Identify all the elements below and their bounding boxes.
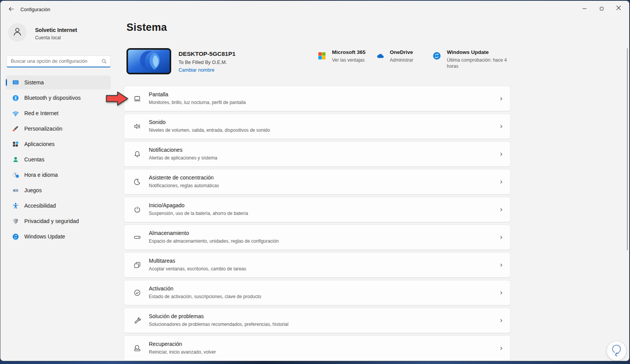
titlebar: Configuración <box>0 1 629 18</box>
sidebar-item-red-internet[interactable]: Red e Internet <box>6 106 111 120</box>
settings-row-activacion[interactable]: Activación Estado de activación, suscrip… <box>124 280 510 305</box>
privacy-icon <box>12 218 19 225</box>
chevron-right-icon: › <box>500 205 502 213</box>
sound-icon <box>133 122 141 131</box>
settings-row-recuperacion[interactable]: Recuperación Reiniciar, inicio avanzado,… <box>124 335 510 361</box>
promo-strip: Microsoft 365 Ver las ventajas OneDrive … <box>117 49 629 76</box>
network-icon <box>12 110 19 117</box>
onedrive-icon <box>375 51 384 60</box>
lightbulb-badge <box>607 341 626 361</box>
recovery-icon <box>133 344 141 352</box>
back-arrow-icon <box>8 6 15 14</box>
accessibility-icon <box>12 202 19 210</box>
chevron-right-icon: › <box>500 288 502 297</box>
settings-row-sonido[interactable]: Sonido Niveles de volumen, salida, entra… <box>124 114 510 139</box>
chevron-right-icon: › <box>500 177 502 186</box>
red-arrow-pointer <box>106 91 129 107</box>
settings-row-asistente-concentracion[interactable]: Asistente de concentración Notificacione… <box>124 169 510 195</box>
multitask-icon <box>133 261 141 269</box>
settings-list: Pantalla Monitores, brillo, luz nocturna… <box>124 86 510 361</box>
close-button[interactable] <box>610 2 627 15</box>
maximize-button[interactable] <box>593 2 610 15</box>
storage-icon <box>133 233 141 242</box>
maximize-icon <box>600 7 603 10</box>
time-language-icon <box>12 171 19 179</box>
focus-icon <box>133 178 141 186</box>
bluetooth-icon <box>12 94 19 102</box>
sidebar: Solvetic Internet Cuenta local Sistema B… <box>0 18 117 361</box>
main-content: Sistema DESKTOP-5GC81P1 To Be Filled By … <box>117 18 629 361</box>
chevron-right-icon: › <box>500 94 502 102</box>
microsoft-365-icon <box>317 51 327 60</box>
sidebar-item-sistema[interactable]: Sistema <box>6 75 111 89</box>
settings-window: Configuración Solvetic Internet Cuenta l… <box>0 1 629 361</box>
chevron-right-icon: › <box>500 233 502 241</box>
personalization-icon <box>12 125 19 133</box>
settings-row-notificaciones[interactable]: Notificaciones Alertas de aplicaciones y… <box>124 141 510 167</box>
vertical-scrollbar[interactable] <box>627 48 628 250</box>
window-title: Configuración <box>20 7 50 12</box>
sidebar-item-hora-idioma[interactable]: Hora e idioma <box>6 168 111 182</box>
user-account-type: Cuenta local <box>35 35 61 40</box>
settings-row-almacenamiento[interactable]: Almacenamiento Espacio de almacenamiento… <box>124 225 510 250</box>
minimize-button[interactable] <box>576 2 593 15</box>
sidebar-item-windows-update[interactable]: Windows Update <box>6 230 111 243</box>
settings-row-inicio-apagado[interactable]: Inicio/Apagado Suspensión, uso de la bat… <box>124 197 510 222</box>
notifications-icon <box>133 150 141 158</box>
chevron-right-icon: › <box>500 149 502 158</box>
chevron-right-icon: › <box>500 344 502 352</box>
windows-update-icon <box>12 233 19 240</box>
gaming-icon <box>12 187 19 194</box>
apps-icon <box>12 141 19 148</box>
sidebar-item-cuentas[interactable]: Cuentas <box>6 153 111 166</box>
sidebar-item-bluetooth[interactable]: Bluetooth y dispositivos <box>6 91 111 105</box>
settings-row-multitareas[interactable]: Multitareas Acoplar ventanas, escritorio… <box>124 252 510 278</box>
troubleshoot-icon <box>133 316 141 325</box>
user-icon <box>12 26 23 39</box>
close-icon <box>616 5 621 12</box>
search-icon <box>101 58 107 66</box>
activation-icon <box>133 289 141 297</box>
sidebar-nav: Sistema Bluetooth y dispositivos Red e I… <box>6 75 111 245</box>
promo-onedrive-action[interactable]: Administrar <box>390 57 413 63</box>
accounts-icon <box>12 156 19 163</box>
sidebar-item-juegos[interactable]: Juegos <box>6 183 111 197</box>
chevron-right-icon: › <box>500 260 502 269</box>
display-icon <box>133 94 141 103</box>
sidebar-item-aplicaciones[interactable]: Aplicaciones <box>6 137 111 151</box>
lightbulb-icon <box>608 342 625 360</box>
sidebar-item-accesibilidad[interactable]: Accesibilidad <box>6 199 111 213</box>
search-box[interactable] <box>7 55 111 67</box>
search-input[interactable] <box>7 56 96 66</box>
page-title: Sistema <box>126 22 167 34</box>
settings-row-solucion-problemas[interactable]: Solución de problemas Solucionadores de … <box>124 308 510 333</box>
sidebar-item-privacidad[interactable]: Privacidad y seguridad <box>6 214 111 228</box>
chevron-right-icon: › <box>500 122 502 130</box>
promo-microsoft-365-action[interactable]: Ver las ventajas <box>332 57 366 63</box>
sidebar-item-personalizacion[interactable]: Personalización <box>6 122 111 136</box>
windows-update-icon <box>432 51 441 60</box>
system-icon <box>12 79 19 86</box>
settings-row-pantalla[interactable]: Pantalla Monitores, brillo, luz nocturna… <box>124 86 510 111</box>
minimize-icon <box>583 8 586 9</box>
avatar <box>8 23 27 42</box>
chevron-right-icon: › <box>500 316 502 324</box>
promo-windows-update-action: Última comprobación: hace 4 horas <box>447 57 509 69</box>
back-button[interactable] <box>7 5 16 14</box>
user-name: Solvetic Internet <box>35 27 77 33</box>
power-icon <box>133 205 141 214</box>
